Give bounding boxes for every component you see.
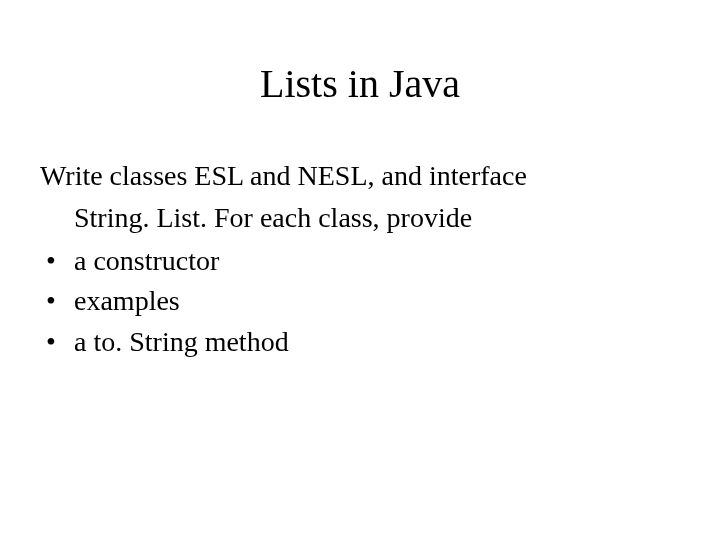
- slide-body: Write classes ESL and NESL, and interfac…: [40, 157, 680, 362]
- intro-text-line2: String. List. For each class, provide: [40, 199, 680, 237]
- list-item: examples: [40, 281, 680, 322]
- bullet-list: a constructor examples a to. String meth…: [40, 241, 680, 363]
- list-item: a to. String method: [40, 322, 680, 363]
- slide-title: Lists in Java: [40, 60, 680, 107]
- list-item: a constructor: [40, 241, 680, 282]
- intro-text-line1: Write classes ESL and NESL, and interfac…: [40, 157, 680, 195]
